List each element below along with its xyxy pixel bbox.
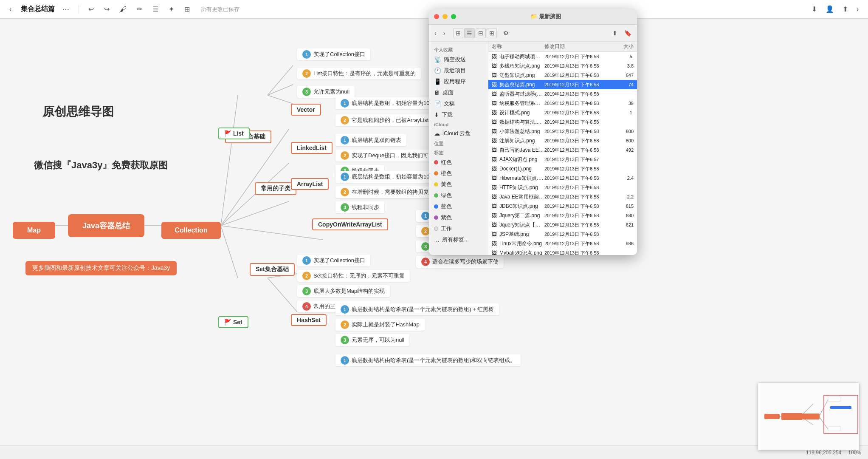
file-size: 986: [612, 241, 634, 246]
desktop-icon: 🖥: [434, 89, 440, 96]
col-size: 大小: [612, 43, 634, 50]
fm-tag-green[interactable]: 绿色: [429, 190, 488, 201]
hashset-item-2: 2 实际上就是封装了HashMap: [335, 319, 425, 331]
col-name: 名称: [492, 43, 544, 50]
file-row[interactable]: 🖼 HTTP知识点.png 2019年12月13日 下午6:58: [488, 183, 637, 192]
fm-forward-button[interactable]: ›: [441, 28, 448, 38]
more-button[interactable]: ⋯: [60, 3, 72, 15]
download-button[interactable]: ⬇: [809, 3, 820, 15]
cow-node[interactable]: CopyOnWriteArrayList: [312, 218, 388, 230]
file-row[interactable]: 🖼 电子移动商城项目.png 2019年12月13日 下午6:58 5.: [488, 52, 637, 61]
file-row[interactable]: 🖼 监听器与过滤器(1).png 2019年12月13日 下午6:58: [488, 89, 637, 99]
fm-tag-blue[interactable]: 蓝色: [429, 201, 488, 212]
fm-view-buttons: ⊞ ☰ ⊟ ⊞: [453, 28, 497, 38]
file-row[interactable]: 🖼 数据结构与算法.png 2019年12月13日 下午6:58: [488, 117, 637, 127]
all-tags-icon: …: [434, 237, 440, 243]
fm-tag-button[interactable]: 🔖: [622, 28, 634, 38]
list-node[interactable]: 🚩 List: [218, 128, 250, 139]
list-item-3: 3 允许元素为null: [297, 86, 355, 98]
user-button[interactable]: 👤: [823, 3, 837, 15]
file-row[interactable]: 🖼 设计模式.png 2019年12月13日 下午6:58 1.: [488, 108, 637, 117]
fm-share-button[interactable]: ⬆: [610, 28, 620, 38]
fm-file-list[interactable]: 🖼 电子移动商城项目.png 2019年12月13日 下午6:58 5. 🖼 多…: [488, 52, 637, 255]
fm-tag-purple[interactable]: 紫色: [429, 212, 488, 223]
central-node[interactable]: Java容器总结: [68, 214, 144, 237]
fm-sidebar-docs[interactable]: 📄 文稿: [429, 98, 488, 109]
fm-sidebar-apps[interactable]: 📱 应用程序: [429, 76, 488, 87]
file-row[interactable]: 🖼 集合总结篇.png 2019年12月13日 下午6:58 74: [488, 80, 637, 89]
list-view-button[interactable]: ☰: [150, 3, 161, 15]
fm-all-tags[interactable]: … 所有标签...: [429, 234, 488, 245]
file-row[interactable]: 🖼 Docker(1).png 2019年12月13日 下午6:58: [488, 164, 637, 173]
file-row[interactable]: 🖼 纳税服务管理系统知识点.png 2019年12月13日 下午6:58 39: [488, 99, 637, 108]
file-row[interactable]: 🖼 JSP基础.png 2019年12月13日 下午6:58: [488, 230, 637, 239]
file-row[interactable]: 🖼 AJAX知识点.png 2019年12月13日 下午6:57: [488, 155, 637, 164]
file-icon: 🖼: [492, 82, 499, 88]
share-button[interactable]: ⬆: [840, 3, 851, 15]
back-button[interactable]: ‹: [7, 4, 14, 15]
svg-line-9: [221, 201, 289, 226]
forward-button[interactable]: ›: [854, 4, 861, 15]
file-row[interactable]: 🖼 Jquery第二篇.png 2019年12月13日 下午6:58 680: [488, 211, 637, 220]
fm-maximize-button[interactable]: [451, 14, 456, 19]
list-item-2: 2 List接口特性：是有序的，元素是可重复的: [297, 68, 421, 79]
vector-node[interactable]: Vector: [291, 104, 321, 116]
file-icon: 🖼: [492, 175, 499, 181]
fm-sidebar-recent[interactable]: 🕐 最近项目: [429, 65, 488, 76]
format-button[interactable]: 🖌: [117, 4, 129, 15]
fm-gallery-view[interactable]: ⊞: [487, 28, 497, 38]
fm-minimize-button[interactable]: [442, 14, 448, 19]
star-button[interactable]: ✦: [166, 3, 177, 15]
file-name: Linux常用命令.png: [499, 240, 544, 247]
file-date: 2019年12月13日 下午6:58: [544, 212, 612, 219]
redo-button[interactable]: ↪: [101, 3, 112, 15]
set-node[interactable]: 🚩 Set: [218, 316, 248, 328]
grid-button[interactable]: ⊞: [182, 3, 192, 15]
tag-yellow-icon: [434, 182, 438, 187]
file-row[interactable]: 🖼 Mybatis知识点.png 2019年12月13日 下午6:58: [488, 248, 637, 255]
file-row[interactable]: 🖼 自己写的Java EE项目.png 2019年12月13日 下午6:58 4…: [488, 145, 637, 155]
pencil-button[interactable]: ✏: [134, 3, 145, 15]
fm-tag-red[interactable]: 红色: [429, 157, 488, 168]
file-row[interactable]: 🖼 JDBC知识点.png 2019年12月13日 下午6:58 815: [488, 201, 637, 211]
file-name: Jquery第二篇.png: [499, 212, 544, 219]
undo-button[interactable]: ↩: [86, 3, 96, 15]
treeset-item-1: 1 底层数据结构由哈希表(是一个元素为链表的数组)和双向链表组成。: [335, 354, 521, 366]
fm-body: 个人收藏 📡 隔空投送 🕐 最近项目 📱 应用程序 🖥 桌面 📄 文稿: [429, 42, 637, 255]
file-date: 2019年12月13日 下午6:58: [544, 241, 612, 247]
fm-tag-yellow[interactable]: 黄色: [429, 179, 488, 190]
fm-sidebar-icloud[interactable]: ☁ iCloud 云盘: [429, 128, 488, 139]
file-name: Mybatis知识点.png: [499, 249, 544, 255]
file-row[interactable]: 🖼 Java EE常用框架.png 2019年12月13日 下午6:58 2.2: [488, 192, 637, 201]
fm-back-button[interactable]: ‹: [432, 28, 439, 38]
fm-column-view[interactable]: ⊟: [476, 28, 486, 38]
file-row[interactable]: 🖼 注解知识点.png 2019年12月13日 下午6:58 800: [488, 136, 637, 145]
file-row[interactable]: 🖼 Hibernate知识点.png 2019年12月13日 下午6:58 2.…: [488, 173, 637, 183]
fm-sidebar-airdrop[interactable]: 📡 隔空投送: [429, 54, 488, 65]
common-subtypes-node: 常用的子类: [255, 182, 296, 195]
file-date: 2019年12月13日 下午6:58: [544, 138, 612, 144]
file-row[interactable]: 🖼 Linux常用命令.png 2019年12月13日 下午6:58 986: [488, 239, 637, 248]
file-row[interactable]: 🖼 Jquery知识点【第一篇】.png 2019年12月13日 下午6:58 …: [488, 220, 637, 230]
fm-close-button[interactable]: [434, 14, 439, 19]
hashset-node[interactable]: HashSet: [291, 314, 327, 326]
toolbar-right: ⬇ 👤 ⬆ ›: [809, 3, 861, 15]
file-row[interactable]: 🖼 多线程知识点.png 2019年12月13日 下午6:58 3.8: [488, 61, 637, 71]
file-row[interactable]: 🖼 泛型知识点.png 2019年12月13日 下午6:58 647: [488, 71, 637, 80]
file-icon: 🖼: [492, 156, 499, 162]
fm-tag-orange[interactable]: 橙色: [429, 168, 488, 179]
arraylist-node[interactable]: ArrayList: [291, 178, 329, 190]
fm-list-view[interactable]: ☰: [464, 28, 475, 38]
fm-icon-view[interactable]: ⊞: [453, 28, 463, 38]
map-node[interactable]: Map: [13, 222, 55, 239]
fm-sidebar-desktop[interactable]: 🖥 桌面: [429, 87, 488, 98]
fm-sidebar-downloads[interactable]: ⬇ 下载: [429, 109, 488, 120]
linkedlist-node[interactable]: LinkedList: [291, 142, 333, 154]
list-item-1: 1 实现了Collection接口: [297, 48, 370, 60]
file-row[interactable]: 🖼 小算法题总结.png 2019年12月13日 下午6:58 800: [488, 127, 637, 136]
collection-node[interactable]: Collection: [161, 222, 221, 239]
set-item-2: 2 Set接口特性：无序的，元素不可重复: [297, 270, 410, 282]
fm-tag-work[interactable]: 工作: [429, 223, 488, 234]
file-name: AJAX知识点.png: [499, 156, 544, 163]
fm-settings-button[interactable]: ⚙: [501, 28, 511, 38]
